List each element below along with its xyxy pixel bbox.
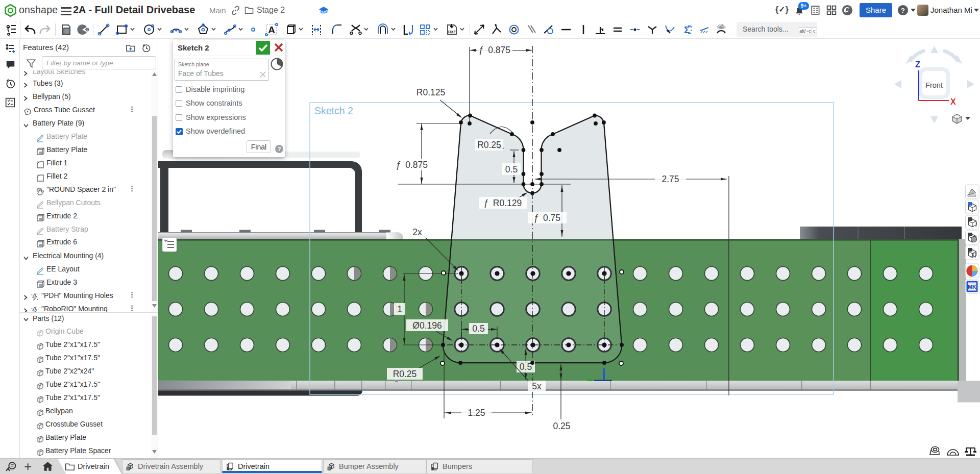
svg-text:R0.25: R0.25 bbox=[393, 369, 417, 379]
svg-text:Sketch 2: Sketch 2 bbox=[314, 105, 353, 116]
svg-text:2x: 2x bbox=[412, 227, 422, 237]
svg-text:ƒ 0.875: ƒ 0.875 bbox=[479, 45, 510, 55]
svg-text:?: ? bbox=[278, 146, 281, 152]
svg-text:R0.125: R0.125 bbox=[416, 87, 445, 97]
svg-text:Z: Z bbox=[915, 60, 920, 69]
svg-text:X: X bbox=[950, 97, 956, 106]
svg-text:}: } bbox=[975, 220, 977, 227]
svg-text:0.5: 0.5 bbox=[505, 164, 518, 174]
svg-text:2.75: 2.75 bbox=[662, 174, 679, 184]
svg-text:Front: Front bbox=[925, 81, 943, 89]
svg-text:A: A bbox=[268, 24, 275, 35]
svg-text:ƒ R0.129: ƒ R0.129 bbox=[484, 198, 522, 208]
svg-text:x): x) bbox=[971, 251, 976, 258]
svg-text:ƒ 0.75: ƒ 0.75 bbox=[534, 213, 560, 223]
svg-text:ƒ 0.875: ƒ 0.875 bbox=[396, 160, 428, 170]
svg-text:5x: 5x bbox=[532, 381, 542, 391]
svg-text:0.25: 0.25 bbox=[553, 421, 570, 431]
svg-text:?: ? bbox=[901, 7, 905, 14]
svg-text:0.5: 0.5 bbox=[472, 323, 484, 334]
svg-text:Ø0.196: Ø0.196 bbox=[412, 320, 442, 331]
svg-text:0.5: 0.5 bbox=[520, 362, 532, 372]
svg-text:R0.25: R0.25 bbox=[477, 140, 501, 150]
svg-text:1: 1 bbox=[397, 304, 402, 314]
svg-text:DXF: DXF bbox=[448, 30, 456, 34]
svg-text:1.25: 1.25 bbox=[468, 408, 485, 418]
svg-text:MK: MK bbox=[968, 284, 976, 290]
